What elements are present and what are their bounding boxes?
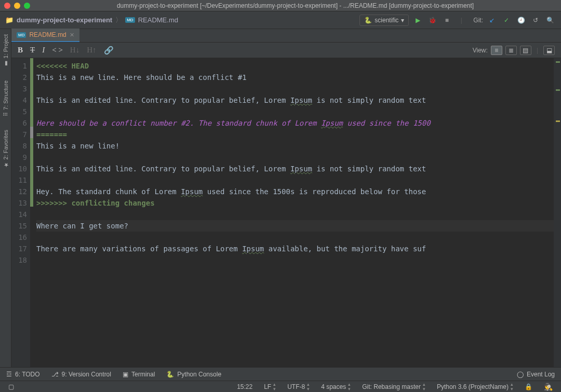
toolbar-sep: | [456,15,467,26]
tool-favorites[interactable]: ★ 2: Favorites [2,130,9,168]
git-branch[interactable]: Git: Rebasing master ▴▾ [358,382,430,391]
encoding[interactable]: UTF-8 ▴▾ [283,382,314,391]
tool-vcs-label: 9: Version Control [62,371,111,378]
structure-icon: ⠿ [2,112,9,116]
code-button[interactable]: < > [52,46,63,55]
python-interpreter[interactable]: Python 3.6 (ProjectName) ▴▾ [433,382,517,391]
mac-titlebar: dummy-project-to-experiment [~/DevExperi… [0,0,561,11]
tab-label: README.md [29,31,66,38]
tool-event-log[interactable]: ◯ Event Log [517,371,555,378]
list-icon: ☲ [6,371,12,378]
close-window-icon[interactable] [4,3,10,9]
minimize-window-icon[interactable] [14,3,20,9]
breadcrumb-project: dummy-project-to-experiment [17,16,112,24]
python-icon: 🐍 [166,371,174,378]
git-branch-label: Git: Rebasing master [362,383,421,390]
line-separator-label: LF [264,383,271,390]
markdown-file-icon: MD [17,32,26,38]
up-down-icon: ▴▾ [511,382,513,391]
caret-position[interactable]: 15:22 [233,383,257,390]
code-content[interactable]: <<<<<<< HEADThis is a new line. Here sho… [33,58,554,367]
vcs-update-button[interactable]: ↙ [486,15,498,26]
bottom-toolwindow-bar: ☲ 6: TODO ⎇ 9: Version Control ▣ Termina… [0,367,561,381]
markdown-file-icon: MD [125,17,135,23]
traffic-lights [4,3,30,9]
lock-icon[interactable]: 🔒 [520,383,537,390]
editor-tab-readme[interactable]: MD README.md ✕ [11,29,79,42]
tool-todo-label: 6: TODO [15,371,40,378]
up-down-icon: ▴▾ [423,382,425,391]
tool-vcs[interactable]: ⎇ 9: Version Control [51,371,111,378]
python-icon: 🐍 [364,17,372,24]
editor-tab-row: MD README.md ✕ [11,29,561,43]
tool-event-log-label: Event Log [527,371,555,378]
main-toolbar: 📁 dummy-project-to-experiment 〉 MD READM… [0,11,561,29]
toolbar-sep: | [535,47,540,54]
italic-button[interactable]: I [42,46,45,55]
close-tab-icon[interactable]: ✕ [70,32,74,38]
star-icon: ★ [2,162,9,169]
error-stripe[interactable] [554,58,561,367]
markdown-toolbar: B T I < > H↓ H↑ 🔗 View: ≡ ≣ ▤ | ⬓ [11,43,561,58]
indent[interactable]: 4 spaces ▴▾ [317,382,355,391]
tool-terminal[interactable]: ▣ Terminal [123,371,155,378]
stop-button[interactable]: ■ [441,15,452,26]
line-separator[interactable]: LF ▴▾ [260,382,280,391]
view-split-button[interactable]: ≣ [505,46,517,55]
window-title: dummy-project-to-experiment [~/DevExperi… [34,2,557,9]
chevron-down-icon: ▾ [401,17,404,24]
encoding-label: UTF-8 [287,383,305,390]
terminal-icon: ▣ [123,371,128,378]
zoom-window-icon[interactable] [24,3,30,9]
run-config-selector[interactable]: 🐍 scientific ▾ [359,15,409,26]
indent-label: 4 spaces [321,383,346,390]
tool-todo[interactable]: ☲ 6: TODO [6,371,40,378]
status-bar: ▢ 15:22 LF ▴▾ UTF-8 ▴▾ 4 spaces ▴▾ Git: … [0,381,561,392]
tool-project-label: 1: Project [3,34,9,58]
breadcrumb-sep-icon: 〉 [115,16,122,25]
stripe-mark[interactable] [556,89,560,91]
speech-icon: ◯ [517,371,524,378]
debug-button[interactable]: 🐞 [426,15,438,26]
git-label: Git: [473,17,483,24]
tool-favorites-label: 2: Favorites [3,130,9,159]
left-tool-stripe: ▮ 1: Project ⠿ 7: Structure ★ 2: Favorit… [0,29,11,367]
folder-icon: ▮ [2,60,9,67]
tool-project[interactable]: ▮ 1: Project [2,34,9,67]
tool-python-console[interactable]: 🐍 Python Console [166,371,221,378]
up-down-icon: ▴▾ [273,382,276,391]
link-button[interactable]: 🔗 [104,46,114,55]
undo-button[interactable]: ↺ [530,15,541,26]
up-down-icon: ▴▾ [307,382,310,391]
view-editor-only-button[interactable]: ≡ [491,46,502,55]
up-down-icon: ▴▾ [348,382,351,391]
run-button[interactable]: ▶ [412,15,423,26]
run-config-label: scientific [375,17,398,24]
folder-icon: 📁 [5,16,14,24]
line-number-gutter[interactable]: 123456789101112131415161718 [11,58,30,367]
inspector-icon[interactable]: 🕵️ [540,383,557,391]
tool-python-console-label: Python Console [177,371,221,378]
stripe-mark[interactable] [556,61,560,63]
view-label: View: [473,47,488,54]
search-button[interactable]: 🔍 [544,15,556,26]
view-preview-button[interactable]: ▤ [520,46,531,55]
branch-icon: ⎇ [51,371,59,378]
vcs-commit-button[interactable]: ✓ [501,15,512,26]
view-layout-button[interactable]: ⬓ [543,46,555,55]
breadcrumb-file: README.md [138,16,178,24]
strike-button[interactable]: T [30,46,35,55]
tool-structure[interactable]: ⠿ 7: Structure [2,80,9,116]
header-up-button[interactable]: H↑ [87,46,96,55]
stripe-mark[interactable] [556,120,560,122]
tool-terminal-label: Terminal [131,371,155,378]
header-down-button[interactable]: H↓ [70,46,79,55]
history-button[interactable]: 🕘 [515,15,527,26]
status-window-icon[interactable]: ▢ [4,383,18,390]
code-editor[interactable]: 123456789101112131415161718 <<<<<<< HEAD… [11,58,561,367]
bold-button[interactable]: B [18,46,23,55]
breadcrumb[interactable]: 📁 dummy-project-to-experiment 〉 MD READM… [5,16,178,25]
tool-structure-label: 7: Structure [3,80,9,110]
python-interpreter-label: Python 3.6 (ProjectName) [437,383,509,390]
